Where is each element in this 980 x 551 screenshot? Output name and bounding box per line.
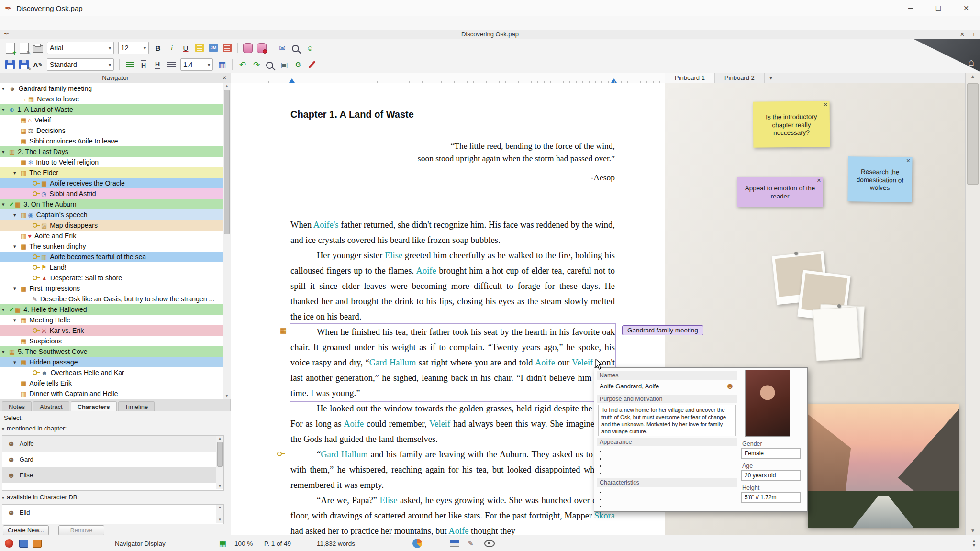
table-button[interactable]: ▦ [216, 58, 228, 71]
character-name-link[interactable]: Aoife [344, 419, 364, 429]
navigator-item[interactable]: ▦⚖Decisions [0, 125, 231, 136]
text-note-button[interactable] [221, 41, 234, 55]
character-name-link[interactable]: Aoife [448, 526, 468, 535]
research-database-button[interactable] [256, 41, 268, 55]
navigator-item[interactable]: ▦Aoife tells Erik [0, 378, 231, 388]
expand-arrow-icon[interactable]: ▾ [2, 107, 9, 113]
language-flag-icon[interactable] [450, 540, 459, 547]
navigator-item[interactable]: ▾▦◉Captain's speech [0, 209, 231, 220]
panel-tab[interactable]: Abstract [33, 401, 69, 411]
character-list-item[interactable]: ☻ Gard [2, 452, 223, 467]
expand-arrow-icon[interactable]: ▾ [2, 307, 9, 313]
navigator-item[interactable]: ⚑Land! [0, 262, 231, 273]
print-button[interactable] [32, 41, 44, 55]
expand-arrow-icon[interactable]: ▾ [13, 243, 21, 250]
landscape-photo[interactable] [808, 404, 959, 528]
underline-button[interactable]: U [179, 41, 192, 55]
navigator-item[interactable]: ▾▦The Elder [0, 167, 231, 178]
character-name-link[interactable]: Elise [385, 251, 402, 260]
browser-sphere-icon[interactable] [412, 539, 422, 548]
navigator-item[interactable]: ▾⊕1. A Land of Waste [0, 104, 231, 115]
mentioned-list-scrollbar[interactable]: ▲ ▼ [216, 436, 223, 489]
navigator-item[interactable]: ☻Overhears Helle and Kar [0, 367, 231, 378]
available-section-header[interactable]: available in Character DB: [2, 494, 79, 501]
character-list-item[interactable]: ☻ Elid [2, 505, 223, 520]
panel-tab[interactable]: Characters [71, 401, 117, 411]
window-scrollbar[interactable]: ▲ ▼ [965, 73, 980, 535]
expand-arrow-icon[interactable]: ▾ [13, 212, 21, 218]
mentioned-section-header[interactable]: mentioned in chapter: [2, 425, 67, 432]
scene-marker-icon[interactable]: ▦ [280, 326, 287, 335]
navigator-display-label[interactable]: Navigator Display [115, 535, 166, 551]
scroll-arrows-icon[interactable]: ▲▼ [972, 539, 976, 548]
panel-tab[interactable]: Notes [2, 401, 32, 411]
new-tab-button[interactable]: + [969, 30, 979, 39]
sticky-note[interactable]: ✕ Is the introductory chapter really nec… [753, 101, 830, 147]
create-new-button[interactable]: Create New... [3, 525, 49, 536]
reading-view-icon[interactable] [484, 540, 495, 547]
expand-arrow-icon[interactable]: ▾ [2, 349, 9, 355]
page-grid-icon[interactable]: ▦ [219, 539, 226, 548]
character-name-link[interactable]: Gard Hallum [369, 358, 416, 367]
expand-arrow-icon[interactable]: ▾ [13, 317, 21, 323]
age-field[interactable]: 20 years old [741, 470, 801, 481]
navigator-item[interactable]: ▾☻Gandrard family meeting [0, 83, 231, 94]
format-brush-button[interactable] [306, 58, 318, 71]
note-close-icon[interactable]: ✕ [906, 158, 910, 165]
maximize-button[interactable]: ☐ [924, 0, 952, 16]
header-button[interactable]: H [137, 58, 150, 71]
italic-button[interactable]: i [166, 41, 178, 55]
remove-button[interactable]: Remove [58, 525, 104, 536]
navigator-item[interactable]: ▦⌂Veleif [0, 115, 231, 125]
character-list-item[interactable]: ☻ Elise [2, 467, 223, 483]
navigator-item[interactable]: ▾▦Meeting Helle [0, 315, 231, 325]
navigator-item[interactable]: ◷Sibbi and Astrid [0, 188, 231, 199]
navigator-item[interactable]: ▾▦2. The Last Days [0, 146, 231, 157]
navigator-item[interactable]: ▲Desperate: Sail to shore [0, 273, 231, 283]
navigator-item[interactable]: ▾✓▦3. On The Auburn [0, 199, 231, 209]
height-field[interactable]: 5'8" // 1.72m [741, 492, 801, 503]
edit-document-button[interactable] [18, 41, 30, 55]
character-name-link[interactable]: Veleif [429, 419, 450, 429]
character-name-link[interactable]: Veleif [572, 358, 593, 367]
document-tab[interactable]: Discovering Osk.pap [0, 30, 980, 39]
paragraph-style-select[interactable]: Standard [47, 58, 114, 71]
note-close-icon[interactable]: ✕ [823, 101, 827, 108]
close-button[interactable]: ✕ [952, 0, 980, 16]
character-list-item[interactable]: ☻ Aoife [2, 436, 223, 452]
spellcheck-button[interactable]: G [292, 58, 304, 71]
navigator-item[interactable]: ⚔Kar vs. Erik [0, 325, 231, 336]
navigator-close-icon[interactable]: ✕ [222, 73, 227, 83]
navigator-item[interactable]: ▾▦Hidden passage [0, 357, 231, 367]
expand-arrow-icon[interactable]: ▾ [2, 201, 9, 208]
panel-tab[interactable]: Timeline [118, 401, 155, 411]
navigator-item[interactable]: ▾▦First impressions [0, 283, 231, 294]
numbered-list-button[interactable] [123, 58, 136, 71]
text-style-button[interactable]: A✎ [32, 58, 44, 71]
undo-button[interactable]: ↶ [236, 58, 249, 71]
right-margin-marker[interactable] [611, 78, 617, 83]
justify-button[interactable] [165, 58, 178, 71]
tab-pinboard-1[interactable]: Pinboard 1 [665, 73, 715, 83]
home-icon[interactable]: ⌂ [968, 56, 974, 68]
edit-pen-icon[interactable]: ✎ [468, 540, 474, 547]
key-marker-icon[interactable] [277, 452, 282, 456]
ruler[interactable] [231, 73, 665, 84]
expand-arrow-icon[interactable]: ▾ [2, 149, 9, 155]
document-mode-icon[interactable] [33, 540, 42, 548]
sticky-note[interactable]: ✕ Appeal to emotion of the reader [737, 177, 823, 207]
note-close-icon[interactable]: ✕ [817, 177, 821, 184]
navigator-item[interactable]: ▦Aoife receives the Oracle [0, 178, 231, 188]
navigator-item[interactable]: ▦❄Intro to Veleif religion [0, 157, 231, 167]
font-select[interactable]: Arial [47, 42, 114, 54]
close-tab-button[interactable]: ✕ [957, 30, 968, 39]
available-list-scrollbar[interactable]: ▲▼ [216, 505, 223, 523]
font-size-select[interactable]: 12 [118, 42, 149, 54]
display-mode-icon[interactable] [19, 540, 28, 548]
character-database-button[interactable] [242, 41, 254, 55]
redo-button[interactable]: ↷ [250, 58, 263, 71]
line-spacing-select[interactable]: 1.4 [180, 58, 213, 71]
navigator-item[interactable]: ▾▦The sunken dinghy [0, 241, 231, 252]
navigator-item[interactable]: ▦♥Aoife and Erik [0, 231, 231, 241]
character-name-link[interactable]: Gard Hallum [321, 450, 368, 459]
